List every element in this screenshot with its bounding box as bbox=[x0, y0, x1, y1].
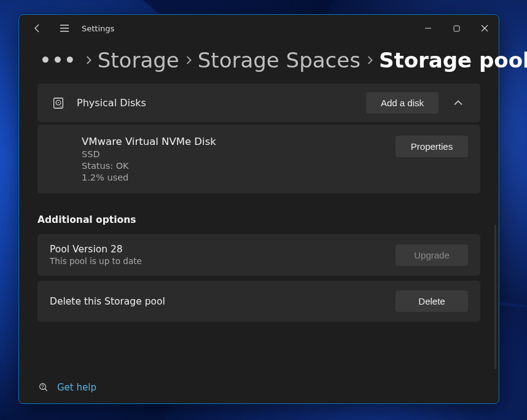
svg-point-3 bbox=[58, 102, 59, 103]
window-title: Settings bbox=[82, 24, 114, 33]
svg-rect-0 bbox=[454, 26, 459, 31]
add-disk-button[interactable]: Add a disk bbox=[366, 92, 439, 114]
upgrade-button: Upgrade bbox=[396, 244, 468, 266]
maximize-icon bbox=[453, 25, 460, 32]
disk-type: SSD bbox=[82, 149, 386, 159]
breadcrumb-overflow[interactable]: ••• bbox=[37, 50, 79, 71]
content-scroll[interactable]: Physical Disks Add a disk VMware Virtual… bbox=[19, 84, 499, 369]
chevron-right-icon bbox=[184, 54, 193, 67]
chevron-up-icon bbox=[454, 99, 463, 107]
breadcrumb-link-storage-spaces[interactable]: Storage Spaces bbox=[198, 48, 361, 72]
disk-item: VMware Virtual NVMe Disk SSD Status: OK … bbox=[37, 125, 480, 193]
title-bar: Settings bbox=[19, 15, 499, 42]
help-icon bbox=[37, 381, 50, 394]
pool-version-subtitle: This pool is up to date bbox=[50, 256, 386, 266]
pool-version-title: Pool Version 28 bbox=[50, 244, 386, 255]
disk-icon bbox=[50, 95, 67, 112]
hamburger-button[interactable] bbox=[51, 15, 78, 42]
chevron-right-icon bbox=[84, 54, 93, 67]
physical-disks-header-card: Physical Disks Add a disk bbox=[37, 84, 480, 122]
physical-disks-label: Physical Disks bbox=[77, 97, 146, 109]
close-button[interactable] bbox=[470, 18, 499, 38]
settings-window: Settings ••• Storage Storage Spaces Stor… bbox=[18, 14, 499, 404]
menu-icon bbox=[60, 24, 69, 33]
delete-button[interactable]: Delete bbox=[396, 290, 468, 312]
get-help-link[interactable]: Get help bbox=[57, 382, 96, 393]
minimize-icon bbox=[424, 25, 432, 32]
close-icon bbox=[481, 25, 488, 32]
maximize-button[interactable] bbox=[442, 18, 470, 38]
disk-properties-button[interactable]: Properties bbox=[396, 136, 468, 157]
delete-pool-card: Delete this Storage pool Delete bbox=[37, 281, 480, 322]
back-button[interactable] bbox=[24, 15, 51, 42]
collapse-toggle[interactable] bbox=[448, 93, 468, 113]
pool-version-card: Pool Version 28 This pool is up to date … bbox=[37, 234, 480, 276]
minimize-button[interactable] bbox=[414, 18, 442, 38]
disk-usage: 1.2% used bbox=[82, 173, 386, 182]
disk-name: VMware Virtual NVMe Disk bbox=[82, 136, 386, 147]
chevron-right-icon bbox=[365, 54, 374, 67]
delete-pool-title: Delete this Storage pool bbox=[50, 296, 386, 307]
breadcrumb: ••• Storage Storage Spaces Storage pool bbox=[19, 42, 499, 84]
additional-options-label: Additional options bbox=[37, 214, 480, 225]
breadcrumb-current: Storage pool bbox=[379, 48, 527, 72]
svg-point-4 bbox=[60, 106, 61, 107]
breadcrumb-link-storage[interactable]: Storage bbox=[98, 48, 179, 72]
svg-point-6 bbox=[42, 388, 43, 389]
disk-status: Status: OK bbox=[82, 161, 386, 171]
arrow-left-icon bbox=[33, 23, 42, 33]
footer: Get help bbox=[19, 369, 499, 403]
scrollbar-thumb[interactable] bbox=[494, 225, 496, 369]
